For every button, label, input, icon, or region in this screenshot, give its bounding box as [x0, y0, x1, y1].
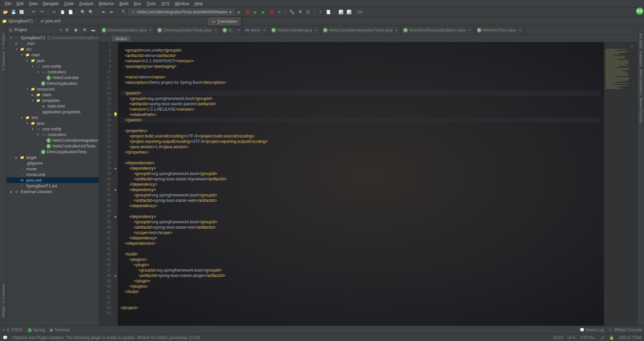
nav-crumb[interactable]: m pom.xml: [40, 18, 60, 24]
tree-node[interactable]: ▼▭controllers: [7, 132, 99, 137]
tool-tab-ant-build[interactable]: Ant Build: [638, 32, 644, 50]
tree-node[interactable]: ▼📁main: [7, 52, 99, 58]
minimap[interactable]: ✓: [604, 42, 637, 326]
open-icon[interactable]: 📂: [2, 9, 9, 15]
code-area[interactable]: <groupId>com.oreilly</groupId> <artifact…: [118, 42, 604, 326]
dropdown-icon[interactable]: ▾: [60, 27, 62, 32]
tree-node[interactable]: ▼📁java: [7, 58, 99, 63]
tree-node[interactable]: ▫mvnw.cmd: [7, 172, 99, 177]
tree-node[interactable]: CHelloController: [7, 75, 99, 80]
caret-position[interactable]: 19:14: [553, 335, 563, 340]
tool-tab-maven-projects[interactable]: Maven Projects: [638, 96, 644, 124]
forward-icon[interactable]: ➡: [108, 9, 115, 15]
gear-icon[interactable]: ⚙: [81, 26, 88, 33]
tree-node[interactable]: CDemoApplication: [7, 80, 99, 86]
tree-node[interactable]: CHelloControllerIntegrationTests: [7, 137, 99, 143]
menu-code[interactable]: Code: [61, 1, 76, 6]
tree-node[interactable]: ▶▫.mvn: [7, 41, 99, 46]
cut-icon[interactable]: ✂: [51, 9, 58, 15]
tree-node[interactable]: ▫SpringBootT1.iml: [7, 183, 99, 189]
tree-node[interactable]: ▶📁static: [7, 92, 99, 98]
jrebel-debug-icon[interactable]: 🐞: [268, 9, 275, 15]
menu-window[interactable]: Window: [172, 1, 192, 6]
nav-crumb[interactable]: 📁 SpringBootT1 〉: [2, 18, 38, 24]
tree-node[interactable]: ▼▫SpringBootT1E:\myworkplaces\SpringBoot…: [7, 35, 99, 41]
tree-node[interactable]: ▼📁java: [7, 120, 99, 126]
editor-tab[interactable]: C HelloController.java×: [269, 25, 320, 35]
tool-tab-7-structure[interactable]: 7: Structure: [1, 50, 6, 72]
paste-icon[interactable]: 📄: [67, 9, 74, 15]
menu-navigate[interactable]: Navigate: [40, 1, 61, 6]
ide-action-icon[interactable]: ⚗: [297, 9, 303, 15]
menu-help[interactable]: Help: [192, 1, 206, 6]
editor-tab[interactable]: C WebMvcTest.class×: [474, 25, 524, 35]
tree-node[interactable]: ▼▭controllers: [7, 69, 99, 75]
collapse-icon[interactable]: ⊖: [64, 26, 70, 33]
lock-icon[interactable]: 🔒: [609, 335, 614, 340]
editor-tab[interactable]: C DemoApplication.java×: [99, 25, 155, 35]
breadcrumb-item[interactable]: project: [112, 36, 130, 41]
editor-tab[interactable]: C DemoApplicationTests.java×: [155, 25, 220, 35]
memory-indicator[interactable]: 268 of 725M: [619, 335, 641, 340]
editor-tab[interactable]: C H...×: [220, 25, 243, 35]
stop-icon[interactable]: ■: [276, 9, 283, 15]
menu-tools[interactable]: Tools: [144, 1, 159, 6]
tool-tab-1-project[interactable]: 1: Project: [1, 32, 6, 50]
tree-node[interactable]: ▼📁test: [7, 115, 99, 120]
tree-node[interactable]: ▼📁templates: [7, 98, 99, 103]
run-configuration-selector[interactable]: ↺ HelloControllerIntegrationTests.testHe…: [128, 9, 234, 15]
balloon-icon[interactable]: 💬: [3, 335, 8, 340]
bottom-tab-spring[interactable]: ⬤ Spring: [28, 328, 45, 332]
menu-edit[interactable]: Edit: [14, 1, 26, 6]
user-avatar[interactable]: SG: [636, 7, 643, 15]
tree-node[interactable]: ▶📁target: [7, 155, 99, 160]
menu-build[interactable]: Build: [117, 1, 131, 6]
sync-icon[interactable]: 🔄: [18, 9, 25, 15]
hide-icon[interactable]: ▬: [90, 26, 97, 33]
coverage-icon[interactable]: ▶: [252, 9, 259, 15]
debug-icon[interactable]: 🐞: [244, 9, 251, 15]
menu-view[interactable]: View: [26, 1, 40, 6]
tree-node[interactable]: CHelloControllerUnitTests: [7, 143, 99, 149]
run-icon[interactable]: ▶: [236, 9, 243, 15]
tool-tab-jrebel[interactable]: JRebel: [1, 305, 6, 319]
bottom-tab-jrebel-console[interactable]: ↻ JRebel Console: [609, 328, 642, 332]
menu-vcs[interactable]: VCS: [159, 1, 172, 6]
menu-analyze[interactable]: Analyze: [76, 1, 96, 6]
back-icon[interactable]: ⬅: [100, 9, 107, 15]
tree-node[interactable]: mpom.xml: [7, 177, 99, 183]
build-icon[interactable]: 🔨: [120, 9, 127, 15]
line-separator[interactable]: LF≑: [568, 335, 576, 340]
tree-node[interactable]: ▫mvnw: [7, 166, 99, 172]
tree-node[interactable]: ▼📁resources: [7, 86, 99, 92]
project-tree[interactable]: ▼▫SpringBootT1E:\myworkplaces\SpringBoot…: [7, 34, 99, 326]
tool-tab-2-favorites[interactable]: 2: Favorites: [1, 283, 6, 304]
ide-action-icon[interactable]: 🔧: [288, 9, 295, 15]
target-icon[interactable]: ◉: [72, 26, 79, 33]
capture-icon[interactable]: 📑: [325, 9, 332, 15]
tree-node[interactable]: ▶⊞External Libraries: [7, 189, 99, 194]
save-icon[interactable]: 💾: [10, 9, 17, 15]
ide-action-icon[interactable]: ☷: [305, 9, 311, 15]
editor-tab[interactable]: C MockMvcRequestBuilders.class×: [400, 25, 474, 35]
undo-icon[interactable]: ↶: [31, 9, 37, 15]
editor-tab[interactable]: C HelloControllerIntegrationTests.java×: [320, 25, 400, 35]
tool-tab-bean-validation[interactable]: Bean Validation: [638, 68, 644, 96]
bottom-tab-terminal[interactable]: ▣ Terminal: [49, 328, 69, 332]
git-indicator[interactable]: ⎇: [600, 335, 604, 340]
bottom-tab-6-todo[interactable]: ✔ 6: TODO: [2, 328, 23, 332]
tree-node[interactable]: CDemoApplicationTests: [7, 149, 99, 155]
tail-icon-b[interactable]: 📊: [345, 9, 352, 15]
replace-icon[interactable]: 🔍: [88, 9, 94, 15]
tree-node[interactable]: ◆hello.html: [7, 103, 99, 109]
tree-node[interactable]: ▼▭com.oreilly: [7, 63, 99, 69]
tree-node[interactable]: ▼📁src: [7, 46, 99, 52]
menu-file[interactable]: File: [2, 1, 14, 6]
menu-run[interactable]: Run: [131, 1, 144, 6]
editor-content[interactable]: 5678910111213141516171819202122232425262…: [99, 42, 637, 326]
copy-icon[interactable]: 📋: [59, 9, 66, 15]
tree-node[interactable]: ▫application.properties: [7, 109, 99, 115]
file-encoding[interactable]: UTF-8≑: [580, 335, 595, 340]
tail-icon-a[interactable]: 📊: [337, 9, 344, 15]
tool-tab-database[interactable]: Database: [638, 50, 644, 68]
